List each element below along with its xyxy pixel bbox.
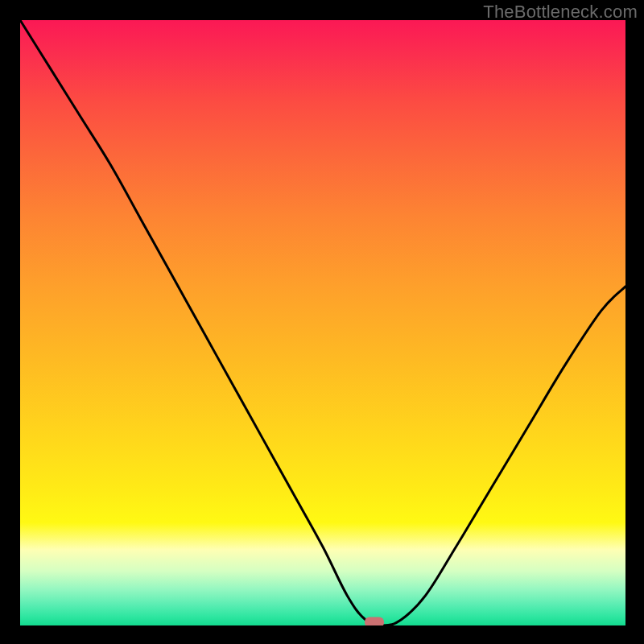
chart-frame: TheBottleneck.com (0, 0, 644, 644)
plot-area (20, 20, 625, 625)
watermark-text: TheBottleneck.com (483, 2, 638, 23)
bottleneck-curve (20, 20, 625, 625)
optimum-marker (365, 617, 384, 626)
curve-svg (20, 20, 625, 625)
